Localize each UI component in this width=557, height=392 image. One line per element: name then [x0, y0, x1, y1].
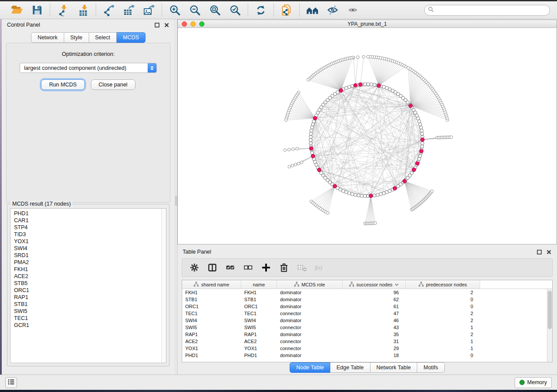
cell-successor-nodes: 43 — [343, 324, 406, 331]
tab-edge-table[interactable]: Edge Table — [330, 362, 370, 373]
mcds-result-list[interactable]: PHD1CAR1STP4TID3YOX1SWI4SRD1PMA2FKH1ACE2… — [10, 208, 166, 363]
table-row[interactable]: STB1STB1dominator620 — [182, 296, 547, 303]
float-table-panel-icon[interactable] — [536, 249, 542, 255]
cell-MCDS-role: connector — [277, 338, 343, 345]
desktop-wallpaper-bottom — [0, 390, 557, 392]
search-icon — [428, 7, 434, 14]
apply-layout-icon[interactable] — [254, 4, 267, 16]
table-row[interactable]: RAP1RAP1dominator352 — [182, 331, 547, 338]
search-input[interactable] — [436, 7, 546, 13]
mcds-result-item[interactable]: STB1 — [14, 301, 166, 308]
mcds-result-item[interactable]: SWI5 — [14, 308, 166, 315]
hide-selected-icon[interactable] — [326, 4, 339, 16]
mcds-result-item[interactable]: PHD1 — [14, 210, 166, 217]
optimization-criterion-dropdown[interactable]: largest connected component (undirected) — [20, 63, 157, 73]
search-field[interactable] — [424, 5, 550, 16]
tab-select[interactable]: Select — [89, 32, 117, 43]
delete-columns-icon[interactable] — [279, 262, 289, 273]
export-image-icon[interactable] — [142, 4, 156, 16]
table-row[interactable]: SWI4SWI4dominator462 — [182, 317, 547, 324]
tab-network[interactable]: Network — [31, 32, 64, 43]
close-panel-button[interactable]: Close panel — [91, 79, 135, 90]
shared-column-icon — [194, 282, 199, 288]
tab-node-table[interactable]: Node Table — [290, 362, 330, 373]
zoom-selected-icon[interactable] — [228, 4, 242, 16]
table-scrollbar-thumb[interactable] — [548, 291, 552, 329]
add-column-icon[interactable] — [261, 262, 271, 273]
tab-style[interactable]: Style — [64, 32, 89, 43]
function-builder-icon: f(x) — [315, 262, 325, 273]
save-session-icon[interactable] — [31, 4, 44, 16]
cell-name: TEC1 — [241, 310, 277, 317]
cell-successor-nodes: 62 — [343, 296, 406, 303]
list-icon — [7, 378, 15, 386]
table-row[interactable]: SWI5SWI5connector431 — [182, 324, 547, 331]
table-row[interactable]: PHD1PHD1dominator180 — [182, 352, 547, 359]
import-network-icon[interactable] — [56, 4, 69, 16]
tab-mcds[interactable]: MCDS — [117, 32, 145, 43]
mcds-result-item[interactable]: SRD1 — [14, 252, 166, 259]
table-panel-title: Table Panel — [183, 249, 211, 255]
network-canvas[interactable] — [178, 28, 557, 244]
tab-network-table[interactable]: Network Table — [370, 362, 418, 373]
splitter-handle[interactable] — [175, 196, 177, 206]
mcds-result-item[interactable]: FKH1 — [14, 266, 166, 273]
zoom-fit-icon[interactable] — [208, 4, 221, 16]
control-panel-title: Control Panel — [7, 22, 40, 28]
cell-predecessor-nodes: 2 — [406, 317, 480, 324]
show-all-icon[interactable] — [346, 4, 359, 16]
show-columns-icon[interactable] — [207, 262, 218, 273]
new-network-from-selection-icon[interactable] — [280, 4, 293, 16]
network-graph[interactable] — [178, 28, 557, 244]
select-all-icon[interactable] — [225, 262, 235, 273]
svg-text:f(x): f(x) — [315, 265, 322, 271]
first-neighbors-icon[interactable] — [306, 4, 319, 16]
open-session-icon[interactable] — [10, 4, 24, 16]
export-table-icon[interactable] — [122, 4, 135, 16]
cell-successor-nodes: 61 — [343, 303, 406, 310]
mcds-result-item[interactable]: TID3 — [14, 231, 166, 238]
dropdown-selected-value: largest connected component (undirected) — [20, 65, 148, 71]
mcds-result-item[interactable]: ORC1 — [14, 287, 166, 294]
table-row[interactable]: ORC1ORC1dominator610 — [182, 303, 547, 310]
column-header-successor-nodes[interactable]: successor nodes — [343, 280, 406, 289]
close-panel-icon[interactable] — [164, 22, 170, 28]
mcds-result-item[interactable]: YOX1 — [14, 238, 166, 245]
column-header-shared-name[interactable]: shared name — [182, 280, 241, 289]
table-row[interactable]: ACE2ACE2connector311 — [182, 338, 547, 345]
column-header-MCDS-role[interactable]: MCDS role — [277, 280, 343, 289]
table-scrollbar[interactable] — [547, 289, 552, 362]
mcds-result-groupbox: MCDS result (17 nodes) PHD1CAR1STP4TID3Y… — [7, 204, 170, 366]
deselect-all-icon[interactable] — [243, 262, 253, 273]
zoom-out-icon[interactable] — [188, 4, 201, 16]
mcds-result-item[interactable]: STB5 — [14, 280, 166, 287]
mcds-result-item[interactable]: CAR1 — [14, 217, 166, 224]
export-network-icon[interactable] — [102, 4, 115, 16]
column-header-predecessor-nodes[interactable]: predecessor nodes — [406, 280, 480, 289]
table-row[interactable]: FKH1FKH1dominator962 — [182, 289, 547, 296]
table-mode-gear-icon[interactable] — [189, 262, 200, 273]
memory-button[interactable]: Memory — [515, 377, 552, 388]
cell-predecessor-nodes: 0 — [406, 303, 480, 310]
float-panel-icon[interactable] — [154, 22, 160, 28]
table-row[interactable]: YOX1YOX1connector291 — [182, 345, 547, 352]
mcds-result-item[interactable]: RAP1 — [14, 294, 166, 301]
tab-motifs[interactable]: Motifs — [417, 362, 444, 373]
mcds-result-item[interactable]: TEC1 — [14, 315, 166, 322]
run-mcds-button[interactable]: Run MCDS — [41, 79, 84, 90]
mcds-result-item[interactable]: STP4 — [14, 224, 166, 231]
network-window-titlebar[interactable]: YPA_prune.txt_1 — [178, 20, 557, 28]
cell-shared-name: SWI4 — [182, 317, 241, 324]
table-row[interactable]: TEC1TEC1connector472 — [182, 310, 547, 317]
cell-successor-nodes: 47 — [343, 310, 406, 317]
column-header-name[interactable]: name — [241, 280, 277, 289]
mcds-result-item[interactable]: SWI4 — [14, 245, 166, 252]
mcds-list-scrollbar[interactable] — [161, 209, 166, 363]
mcds-result-item[interactable]: ACE2 — [14, 273, 166, 280]
close-table-panel-icon[interactable] — [546, 249, 552, 255]
import-table-icon[interactable] — [76, 4, 90, 16]
mcds-result-item[interactable]: GCR1 — [14, 322, 166, 329]
mcds-result-item[interactable]: PMA2 — [14, 259, 166, 266]
zoom-in-icon[interactable] — [168, 4, 181, 16]
task-history-button[interactable] — [5, 377, 17, 388]
